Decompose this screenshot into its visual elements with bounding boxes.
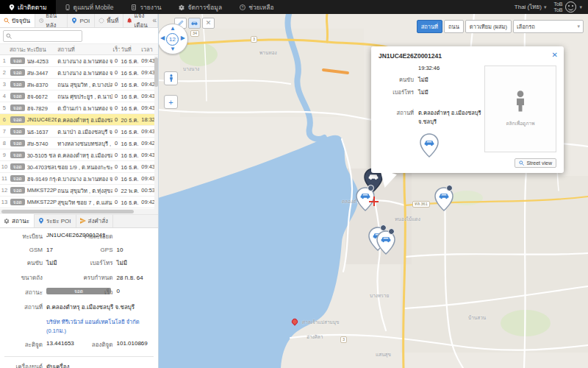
car-icon	[191, 20, 198, 26]
close-tool-button[interactable]: ✕	[202, 18, 215, 29]
table-row[interactable]: 2จอดสษ-3447ต.บางนาง อ.พานทอง จ.ชลบ016 ธ.…	[0, 67, 158, 79]
nav-help[interactable]: ช่วยเหลือ	[231, 0, 282, 14]
pan-right-arrow[interactable]: ▶	[181, 35, 185, 41]
crosshair-icon	[369, 197, 379, 206]
map-type-satellite-button[interactable]: ดาวเทียม (ผสม)	[465, 20, 512, 33]
car-icon	[439, 192, 449, 199]
row-index: 11	[0, 175, 9, 182]
row-location: สุขุมวิท ซอย 7 , ต.แสนสุข อ.	[57, 198, 112, 207]
vehicle-table: สถานะ ทะเบียน สถานที่ เร็ว วันที่ เวลา 1…	[0, 44, 158, 214]
row-location: ต.บางนาง อ.พานทอง จ.ชลบ	[57, 57, 112, 66]
map-pan-control[interactable]: ▲ ▼ ◀ ▶ 12	[158, 24, 188, 54]
document-icon	[131, 4, 137, 10]
row-registration: สษ-3447	[26, 68, 57, 77]
row-speed: 0	[112, 116, 121, 123]
detail-panel-tabs: สถานะ ระยะ POI ส่งคำสั่ง	[0, 214, 158, 228]
sidebar: ปัจจุบัน ย้อนหลัง POI พื้นที่ แจ้งเตือน …	[0, 14, 159, 368]
row-date: 20 ธ.ค.	[120, 116, 140, 124]
nav-mobile-map[interactable]: ดูแผนที่ Mobile	[56, 0, 123, 14]
tab-status-label: สถานะ	[12, 216, 29, 226]
row-registration: MMKST22P5(	[26, 187, 57, 194]
table-row[interactable]: 4จอดฮจ-6672ถนน ศุขประยูร , ต.นาป่า อ.เมื…	[0, 91, 158, 102]
row-date: 16 ธ.ค.	[120, 127, 140, 136]
table-row[interactable]: 5จอดฮจ-7829ต.บ้านเก่า อ.พานทอง จ.ชลบ016 …	[0, 102, 158, 114]
row-registration: 30-4703ชลบุรี	[26, 163, 57, 171]
map-place-label: บ้านสวน	[468, 314, 486, 322]
row-index: 9	[0, 152, 9, 158]
vehicle-marker[interactable]	[434, 187, 453, 211]
vehicle-select-value: เลือกรถ	[517, 22, 535, 31]
popup-title: JN1UC4E26Z0001241	[371, 46, 564, 61]
nav-reports[interactable]: รายงาน	[122, 0, 170, 14]
avatar-smiley-icon	[565, 1, 576, 13]
vehicle-select-dropdown[interactable]: เลือกรถ ▾	[513, 20, 584, 33]
status-badge: จอด	[9, 93, 26, 99]
send-icon	[80, 218, 86, 224]
sidebar-collapse-button[interactable]: «	[152, 16, 157, 24]
search-input[interactable]	[14, 32, 73, 39]
popup-close-button[interactable]: ✕	[552, 51, 558, 59]
route-badge: ทล.361	[412, 201, 430, 208]
table-row[interactable]: 10จอด30-4703ชลบุรีซอย 1/9 , ต.หนองกะขะ อ…	[0, 161, 158, 173]
table-row[interactable]: 1จอดนษ-4253ต.บางนาง อ.พานทอง จ.ชลบ016 ธ.…	[0, 55, 158, 67]
popup-vehicle-marker-icon	[420, 133, 439, 160]
vertical-scrollbar[interactable]	[154, 56, 158, 210]
table-row[interactable]: 7จอดนธ-1637ต.นาป่า อ.เมืองชลบุรี จ.ชลบุร…	[0, 126, 158, 138]
tab-send-command[interactable]: ส่งคำสั่ง	[76, 214, 113, 227]
tab-poi-distance[interactable]: ระยะ POI	[35, 214, 76, 227]
tab-current[interactable]: ปัจจุบัน	[0, 13, 35, 27]
detail-row: ทะเบียนJN1UC4E26Z0001241รายละเอียด	[4, 232, 154, 241]
table-row[interactable]: 6จอดJN1UC4E26Zต.คลองตำหรุ อ.เมืองชลบุรี …	[0, 114, 158, 126]
table-row[interactable]: 8จอดสษ-5740ทางหลวงชนบทชลบุรี , ต.บางน016…	[0, 138, 158, 149]
map-type-road-button[interactable]: ถนน	[444, 20, 464, 33]
popup-driver-value: ไม่มี	[418, 75, 429, 84]
nav-manage-data[interactable]: จัดการข้อมูล	[170, 0, 231, 14]
popup-time: 19:32:46	[418, 65, 440, 71]
map-place-label: พานทอง	[259, 49, 277, 57]
pegman-icon	[168, 74, 175, 83]
nav-monitor[interactable]: เฝ้าติดตาม	[0, 0, 56, 14]
streetview-button[interactable]: Street view	[514, 158, 556, 168]
tab-history[interactable]: ย้อนหลัง	[35, 14, 68, 27]
table-row[interactable]: 13จอดMMKST22PXIสุขุมวิท ซอย 7 , ต.แสนสุข…	[0, 197, 158, 208]
row-speed: 0	[112, 175, 121, 182]
zoom-in-button[interactable]: +	[164, 95, 178, 109]
tab-status[interactable]: สถานะ	[0, 213, 35, 227]
table-row[interactable]: 3จอดสพ-8370ถนน สุขุมวิท , ต.บางปลาสร้016…	[0, 79, 158, 91]
row-registration: นษ-4253	[26, 57, 57, 66]
tab-area[interactable]: พื้นที่	[95, 14, 123, 27]
streetview-preview-box[interactable]: คลิกเพื่อดูภาพ	[484, 66, 556, 152]
row-speed: 0	[112, 105, 121, 111]
user-menu[interactable]: ToB ToB ▾	[553, 1, 582, 13]
map-type-places-button[interactable]: สถานที่	[417, 20, 442, 33]
col-date: วันที่	[120, 45, 140, 54]
pan-up-arrow[interactable]: ▲	[170, 26, 176, 32]
language-selector[interactable]: Thai (ไทย) ▾	[514, 2, 547, 12]
nearest-poi-link[interactable]: บริษัท ทีรีเวนิวส์ แอนด์เทคโนโลยี จำกัด …	[46, 317, 154, 335]
row-date: 16 ธ.ค.	[120, 68, 140, 77]
vehicle-marker[interactable]	[376, 230, 395, 255]
map-canvas[interactable]: บางนางพานทองนาป่าคลองตำหรุหนองไม้แดงบางท…	[158, 14, 588, 368]
horizontal-scrollbar[interactable]	[0, 209, 158, 214]
table-row[interactable]: 12จอดMMKST22P5(ถนน สุขุมวิท , ต.ทุ่งสุขล…	[0, 185, 158, 197]
row-index: 10	[0, 163, 9, 170]
row-date: 22 พ.ค.	[120, 186, 140, 195]
row-location: ต.คลองตำหรุ อ.เมืองชลบุรี จ.	[57, 116, 112, 124]
row-location: ทางหลวงชนบทชลบุรี , ต.บางน	[57, 139, 112, 148]
table-row[interactable]: 9จอด30-5105 ชลต.คลองตำหรุ อ.เมืองชลบุรี …	[0, 149, 158, 161]
col-registration: ทะเบียน	[26, 45, 57, 54]
pan-down-arrow[interactable]: ▼	[170, 46, 176, 52]
streetview-pegman-button[interactable]	[164, 71, 178, 85]
streetview-hint: คลิกเพื่อดูภาพ	[506, 120, 534, 127]
tab-current-label: ปัจจุบัน	[12, 16, 30, 26]
table-row[interactable]: 11จอดฮจ-9149 กรุงต.บางนาง อ.พานทอง จ.ชลบ…	[0, 173, 158, 185]
nav-help-label: ช่วยเหลือ	[248, 2, 273, 13]
zoom-level-indicator[interactable]: 12	[166, 33, 179, 46]
traffic-tool-button[interactable]	[188, 18, 201, 29]
chevron-down-icon: ▾	[577, 24, 580, 29]
row-speed: 0	[112, 57, 121, 64]
tab-poi[interactable]: POI	[68, 14, 95, 27]
pin-icon	[9, 4, 15, 10]
route-badge: 3	[340, 336, 347, 343]
pan-left-arrow[interactable]: ◀	[160, 35, 165, 41]
